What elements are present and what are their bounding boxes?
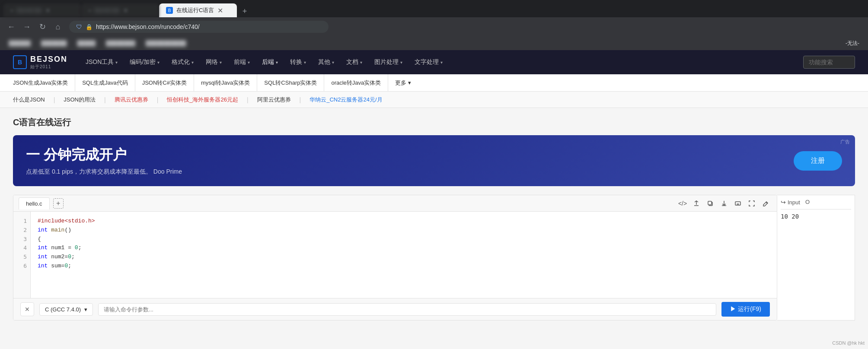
info-json-usage[interactable]: JSON的用法	[64, 96, 96, 104]
ad-banner: 广告 一 分钟完成开户 点差低至 0.1 pips，力求将交易成本降至最低。 D…	[13, 135, 855, 186]
chevron-down-icon: ▾	[304, 60, 306, 65]
subnav-sql-csharp[interactable]: SQL转CSharp实体类	[257, 74, 324, 91]
chevron-down-icon: ▾	[157, 60, 160, 65]
site-logo[interactable]: B BEJSON 始于2011	[13, 55, 67, 70]
panel-tabs: ↪ Input O	[781, 199, 851, 209]
tab1-favicon: ●	[10, 8, 13, 13]
ad-register-button[interactable]: 注册	[794, 151, 842, 171]
home-button[interactable]: ⌂	[52, 21, 64, 33]
nav-text[interactable]: 文字处理 ▾	[409, 56, 448, 69]
keyboard-icon[interactable]	[732, 197, 744, 209]
search-input[interactable]	[803, 56, 855, 69]
tab3-favicon: B	[166, 7, 173, 14]
browser-chrome: ● blurred tab ✕ ● blurred tab ✕ B 在线运行C语…	[0, 0, 868, 50]
run-button[interactable]: ▶ 运行(F9)	[721, 302, 770, 317]
line-numbers: 1 2 3 4 5 6	[13, 212, 31, 298]
forward-button[interactable]: →	[21, 21, 33, 33]
refresh-button[interactable]: ↻	[36, 21, 48, 33]
chevron-down-icon: ▾	[191, 60, 194, 65]
bookmark-2[interactable]: ███████	[38, 39, 70, 47]
nav-json-tools[interactable]: JSON工具 ▾	[80, 56, 123, 69]
chevron-down-icon: ▾	[360, 60, 362, 65]
nav-other[interactable]: 其他 ▾	[313, 56, 339, 69]
add-file-tab-button[interactable]: +	[53, 198, 64, 209]
url-bar[interactable]: 🛡 🔒 https://www.bejson.com/runcode/c740/	[69, 21, 329, 33]
panel-tab-input[interactable]: ↪ Input	[781, 199, 800, 206]
chevron-down-icon: ▾	[276, 60, 278, 65]
info-bar: 什么是JSON | JSON的用法 | 腾讯云优惠券 | 恒创科技_海外服务器2…	[0, 92, 868, 108]
subnav-more[interactable]: 更多 ▾	[388, 79, 418, 87]
ad-subtitle: 点差低至 0.1 pips，力求将交易成本降至最低。 Doo Prime	[26, 168, 182, 176]
back-button[interactable]: ←	[5, 21, 17, 33]
chevron-down-icon: ▾	[84, 306, 87, 313]
main-content: C语言在线运行 广告 一 分钟完成开户 点差低至 0.1 pips，力求将交易成…	[0, 108, 868, 329]
code-content[interactable]: #include<stdio.h> int main() { int num1 …	[31, 212, 777, 298]
info-what-json[interactable]: 什么是JSON	[13, 96, 45, 104]
bookmark3-label: █████	[77, 40, 96, 46]
editor-layout: hello.c + </>	[13, 195, 855, 320]
main-nav: JSON工具 ▾ 编码/加密 ▾ 格式化 ▾ 网络 ▾ 前端 ▾ 后端 ▾ 转换…	[80, 56, 790, 69]
command-line-input[interactable]	[98, 303, 716, 316]
nav-convert[interactable]: 转换 ▾	[285, 56, 311, 69]
panel-tab-output[interactable]: O	[805, 199, 810, 206]
copy-icon[interactable]	[704, 197, 716, 209]
tab-bar: ● blurred tab ✕ ● blurred tab ✕ B 在线运行C语…	[0, 0, 868, 17]
download-icon[interactable]	[718, 197, 730, 209]
nav-format[interactable]: 格式化 ▾	[166, 56, 199, 69]
nav-network[interactable]: 网络 ▾	[201, 56, 227, 69]
bookmark-1[interactable]: ██████	[5, 39, 34, 47]
input-values: 10 20	[781, 213, 851, 220]
upload-icon[interactable]	[690, 197, 702, 209]
tab2-label: blurred tab	[95, 7, 119, 13]
nav-frontend[interactable]: 前端 ▾	[229, 56, 255, 69]
info-tencent-coupon[interactable]: 腾讯云优惠券	[115, 96, 148, 104]
browser-tab-3[interactable]: B 在线运行C语言 ✕	[159, 3, 237, 17]
nav-docs[interactable]: 文档 ▾	[341, 56, 367, 69]
nav-buttons: ← → ↻ ⌂	[5, 21, 64, 33]
tab1-close[interactable]: ✕	[45, 6, 51, 15]
ad-content: 一 分钟完成开户 点差低至 0.1 pips，力求将交易成本降至最低。 Doo …	[26, 146, 182, 176]
info-aliyun-coupon[interactable]: 阿里云优惠券	[257, 96, 291, 104]
editor-bottom-bar: ✕ C (GCC 7.4.0) ▾ ▶ 运行(F9)	[13, 298, 777, 320]
info-hengchuang[interactable]: 恒创科技_海外服务器26元起	[167, 96, 238, 104]
subnav-mysql-java[interactable]: mysql转Java实体类	[194, 74, 257, 91]
chevron-down-icon: ▾	[408, 79, 411, 86]
ad-title: 一 分钟完成开户	[26, 146, 182, 165]
address-bar: ← → ↻ ⌂ 🛡 🔒 https://www.bejson.com/runco…	[0, 17, 868, 36]
browser-tab-2[interactable]: ● blurred tab ✕	[81, 3, 159, 17]
bookmark6-label: -无法-	[846, 40, 859, 47]
new-tab-button[interactable]: +	[239, 5, 251, 17]
code-line-5: int num2=0;	[38, 253, 770, 262]
tab3-close[interactable]: ✕	[217, 6, 223, 15]
clear-button[interactable]: ✕	[20, 302, 34, 316]
chevron-down-icon: ▾	[440, 60, 443, 65]
embed-code-icon[interactable]: </>	[677, 197, 689, 209]
language-select[interactable]: C (GCC 7.4.0) ▾	[39, 303, 93, 316]
subnav-oracle-java[interactable]: oracle转Java实体类	[324, 74, 388, 91]
chevron-down-icon: ▾	[115, 60, 118, 65]
fullscreen-icon[interactable]	[746, 197, 758, 209]
nav-encode[interactable]: 编码/加密 ▾	[124, 56, 165, 69]
bookmark-5[interactable]: ███████████	[142, 39, 190, 47]
file-tab-hello-c[interactable]: hello.c	[19, 197, 50, 209]
subnav-json-csharp[interactable]: JSON转C#实体类	[135, 74, 194, 91]
lock-icon: 🔒	[86, 24, 93, 30]
subnav-sql-java[interactable]: SQL生成Java代码	[75, 74, 135, 91]
bookmark-6[interactable]: -无法-	[842, 39, 863, 48]
nav-backend[interactable]: 后端 ▾	[257, 56, 283, 69]
bookmark-3[interactable]: █████	[74, 39, 99, 47]
bookmarks-bar: ██████ ███████ █████ ████████ ██████████…	[0, 36, 868, 50]
browser-tab-1[interactable]: ● blurred tab ✕	[3, 3, 81, 17]
info-huanayun[interactable]: 华纳云_CN2云服务器24元/月	[310, 96, 382, 104]
code-line-1: #include<stdio.h>	[38, 217, 770, 226]
code-editor[interactable]: 1 2 3 4 5 6 #include<stdio.h> int main()…	[13, 212, 777, 298]
bookmark-4[interactable]: ████████	[102, 39, 139, 47]
page-title: C语言在线运行	[13, 117, 855, 128]
tab1-label: blurred tab	[17, 7, 41, 13]
login-icon: ↪	[781, 199, 786, 206]
nav-image[interactable]: 图片处理 ▾	[369, 56, 408, 69]
editor-container: hello.c + </>	[13, 195, 777, 320]
edit-icon[interactable]	[760, 197, 772, 209]
tab2-close[interactable]: ✕	[123, 6, 128, 15]
subnav-json-java[interactable]: JSON生成Java实体类	[13, 74, 75, 91]
